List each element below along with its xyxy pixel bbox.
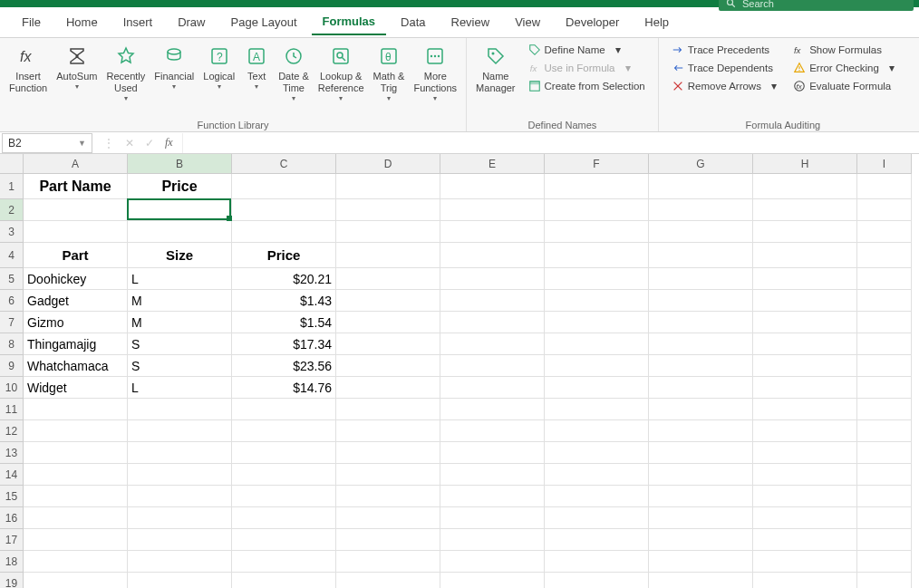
cell-D15[interactable] bbox=[336, 486, 440, 507]
row-header-6[interactable]: 6 bbox=[0, 290, 24, 312]
trace-precedents-button[interactable]: Trace Precedents bbox=[668, 42, 780, 58]
cell-A11[interactable] bbox=[24, 399, 128, 420]
cell-F5[interactable] bbox=[545, 268, 649, 290]
cell-G2[interactable] bbox=[649, 199, 753, 221]
row-header-1[interactable]: 1 bbox=[0, 174, 24, 199]
cell-H19[interactable] bbox=[753, 573, 857, 588]
row-header-13[interactable]: 13 bbox=[0, 442, 24, 464]
cell-I16[interactable] bbox=[857, 507, 912, 529]
cell-I8[interactable] bbox=[857, 333, 912, 355]
cell-E7[interactable] bbox=[440, 312, 545, 333]
cell-E17[interactable] bbox=[440, 529, 545, 551]
cell-C15[interactable] bbox=[232, 486, 336, 507]
row-header-14[interactable]: 14 bbox=[0, 464, 24, 486]
row-header-7[interactable]: 7 bbox=[0, 312, 24, 333]
cell-A6[interactable]: Gadget bbox=[24, 290, 128, 312]
cell-I4[interactable] bbox=[857, 243, 912, 268]
cell-B6[interactable]: M bbox=[128, 290, 232, 312]
cell-E4[interactable] bbox=[440, 243, 545, 268]
cell-C8[interactable]: $17.34 bbox=[232, 333, 336, 355]
cell-F17[interactable] bbox=[545, 529, 649, 551]
cell-C7[interactable]: $1.54 bbox=[232, 312, 336, 333]
tab-help[interactable]: Help bbox=[634, 10, 680, 34]
cell-C19[interactable] bbox=[232, 573, 336, 588]
cell-C11[interactable] bbox=[232, 399, 336, 420]
cell-F6[interactable] bbox=[545, 290, 649, 312]
cell-C5[interactable]: $20.21 bbox=[232, 268, 336, 290]
cell-I7[interactable] bbox=[857, 312, 912, 333]
cell-B11[interactable] bbox=[128, 399, 232, 420]
cell-F18[interactable] bbox=[545, 551, 649, 573]
row-header-18[interactable]: 18 bbox=[0, 551, 24, 573]
cell-G17[interactable] bbox=[649, 529, 753, 551]
cell-E18[interactable] bbox=[440, 551, 545, 573]
cell-E8[interactable] bbox=[440, 333, 545, 355]
cell-H12[interactable] bbox=[753, 420, 857, 442]
cell-C1[interactable] bbox=[232, 174, 336, 199]
cell-D16[interactable] bbox=[336, 507, 440, 529]
cell-I19[interactable] bbox=[857, 573, 912, 588]
tab-review[interactable]: Review bbox=[440, 10, 501, 34]
cell-B10[interactable]: L bbox=[128, 377, 232, 399]
col-header-C[interactable]: C bbox=[232, 154, 336, 174]
cell-G15[interactable] bbox=[649, 486, 753, 507]
cell-I17[interactable] bbox=[857, 529, 912, 551]
name-manager-button[interactable]: Name Manager bbox=[472, 40, 518, 98]
cell-G8[interactable] bbox=[649, 333, 753, 355]
cell-E9[interactable] bbox=[440, 355, 545, 377]
cell-B5[interactable]: L bbox=[128, 268, 232, 290]
cell-A16[interactable] bbox=[24, 507, 128, 529]
cell-I18[interactable] bbox=[857, 551, 912, 573]
text-button[interactable]: A Text▾ bbox=[240, 40, 273, 95]
cell-H10[interactable] bbox=[753, 377, 857, 399]
cell-C3[interactable] bbox=[232, 221, 336, 243]
cell-H11[interactable] bbox=[753, 399, 857, 420]
row-header-15[interactable]: 15 bbox=[0, 486, 24, 507]
cell-A5[interactable]: Doohickey bbox=[24, 268, 128, 290]
cell-H14[interactable] bbox=[753, 464, 857, 486]
cell-E12[interactable] bbox=[440, 420, 545, 442]
cell-B2[interactable] bbox=[128, 199, 232, 221]
cell-F4[interactable] bbox=[545, 243, 649, 268]
row-header-11[interactable]: 11 bbox=[0, 399, 24, 420]
tab-home[interactable]: Home bbox=[55, 10, 109, 34]
cell-H2[interactable] bbox=[753, 199, 857, 221]
cell-F10[interactable] bbox=[545, 377, 649, 399]
lookup-button[interactable]: Lookup & Reference▾ bbox=[314, 40, 368, 107]
cell-I1[interactable] bbox=[857, 174, 912, 199]
select-all-corner[interactable] bbox=[0, 154, 24, 174]
cell-H13[interactable] bbox=[753, 442, 857, 464]
cell-B1[interactable]: Price bbox=[128, 174, 232, 199]
cell-H15[interactable] bbox=[753, 486, 857, 507]
cell-D7[interactable] bbox=[336, 312, 440, 333]
cell-B7[interactable]: M bbox=[128, 312, 232, 333]
show-formulas-button[interactable]: fx Show Formulas bbox=[789, 42, 898, 58]
formula-input[interactable] bbox=[182, 133, 919, 153]
cell-D10[interactable] bbox=[336, 377, 440, 399]
cell-D12[interactable] bbox=[336, 420, 440, 442]
cell-F8[interactable] bbox=[545, 333, 649, 355]
row-header-9[interactable]: 9 bbox=[0, 355, 24, 377]
cell-B17[interactable] bbox=[128, 529, 232, 551]
col-header-I[interactable]: I bbox=[857, 154, 912, 174]
cell-E13[interactable] bbox=[440, 442, 545, 464]
cell-C13[interactable] bbox=[232, 442, 336, 464]
cell-A7[interactable]: Gizmo bbox=[24, 312, 128, 333]
cell-H8[interactable] bbox=[753, 333, 857, 355]
cell-D19[interactable] bbox=[336, 573, 440, 588]
cell-C14[interactable] bbox=[232, 464, 336, 486]
tab-file[interactable]: File bbox=[11, 10, 52, 34]
cell-B12[interactable] bbox=[128, 420, 232, 442]
cell-F13[interactable] bbox=[545, 442, 649, 464]
autosum-button[interactable]: AutoSum▾ bbox=[53, 40, 101, 95]
create-from-selection-button[interactable]: Create from Selection bbox=[525, 78, 649, 94]
tab-insert[interactable]: Insert bbox=[112, 10, 164, 34]
col-header-A[interactable]: A bbox=[24, 154, 128, 174]
cell-C6[interactable]: $1.43 bbox=[232, 290, 336, 312]
cell-A13[interactable] bbox=[24, 442, 128, 464]
cell-H4[interactable] bbox=[753, 243, 857, 268]
cell-F11[interactable] bbox=[545, 399, 649, 420]
cell-I11[interactable] bbox=[857, 399, 912, 420]
cell-F7[interactable] bbox=[545, 312, 649, 333]
cells-area[interactable]: Part NamePricePartSizePriceDoohickeyL$20… bbox=[24, 174, 912, 588]
